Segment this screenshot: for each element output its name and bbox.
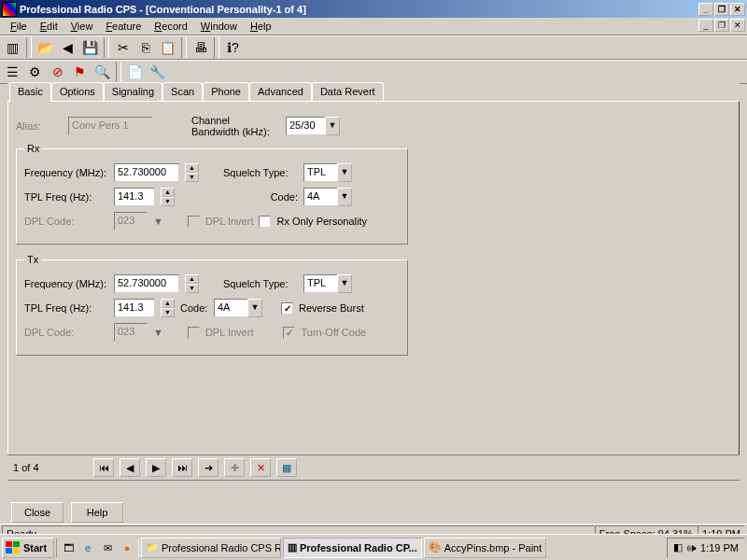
- help-button[interactable]: Help: [71, 502, 123, 523]
- menu-help[interactable]: Help: [244, 19, 278, 34]
- tray-icon[interactable]: 🕪: [686, 542, 697, 553]
- tx-dplinvert-label: DPL Invert: [205, 327, 254, 338]
- tx-group: Tx Frequency (MHz): 52.730000 ▲▼ Squelch…: [16, 254, 408, 356]
- zoom-icon[interactable]: 🔍: [92, 62, 113, 82]
- up-arrow-icon[interactable]: ▲: [161, 299, 175, 308]
- rx-freq-input[interactable]: 52.730000: [114, 163, 179, 182]
- tx-tpl-input[interactable]: 141.3: [114, 299, 155, 317]
- back-icon[interactable]: ◀: [57, 37, 78, 58]
- quick-launch: 🗔 e ✉ ●: [56, 539, 139, 557]
- window-title: Professional Radio CPS - [Conventional P…: [20, 4, 698, 15]
- rx-tpl-stepper[interactable]: ▲▼: [161, 188, 175, 206]
- close-button[interactable]: ✕: [730, 3, 745, 16]
- start-label: Start: [23, 542, 47, 553]
- first-record-button[interactable]: ⏮: [93, 458, 114, 477]
- rx-only-label: Rx Only Personality: [276, 216, 367, 227]
- print-icon[interactable]: 🖶: [190, 37, 211, 58]
- minimize-button[interactable]: _: [698, 3, 713, 16]
- down-arrow-icon[interactable]: ▼: [185, 173, 199, 182]
- help-context-icon[interactable]: ℹ?: [222, 37, 244, 58]
- folder-icon: 📁: [146, 541, 159, 553]
- task-folder[interactable]: 📁Professional Radio CPS R...: [141, 538, 281, 558]
- rx-only-checkbox[interactable]: [259, 216, 271, 228]
- tab-phone[interactable]: Phone: [203, 82, 249, 101]
- add-record-button[interactable]: ✚: [224, 458, 245, 477]
- cbw-select[interactable]: 25/30 ▼: [286, 117, 340, 135]
- document-icon[interactable]: 📄: [124, 62, 146, 82]
- chevron-down-icon[interactable]: ▼: [337, 188, 352, 206]
- mdi-close-button[interactable]: ✕: [730, 19, 745, 32]
- mdi-restore-button[interactable]: ❐: [714, 19, 729, 32]
- firefox-icon[interactable]: ●: [118, 539, 136, 557]
- rx-freq-stepper[interactable]: ▲▼: [185, 163, 199, 182]
- rx-group: Rx Frequency (MHz): 52.730000 ▲▼ Squelch…: [16, 143, 408, 245]
- flag-icon[interactable]: ⚑: [69, 62, 91, 82]
- cut-icon[interactable]: ✂: [112, 37, 134, 58]
- menu-feature[interactable]: Feature: [99, 19, 148, 34]
- tab-signaling[interactable]: Signaling: [104, 82, 162, 101]
- outlook-icon[interactable]: ✉: [98, 539, 117, 557]
- paste-icon[interactable]: 📋: [157, 37, 178, 58]
- tab-options[interactable]: Options: [51, 82, 104, 101]
- chevron-down-icon[interactable]: ▼: [337, 274, 352, 293]
- delete-record-button[interactable]: ✕: [250, 458, 271, 477]
- tx-tpl-stepper[interactable]: ▲▼: [161, 299, 175, 317]
- close-button[interactable]: Close: [11, 502, 63, 523]
- no-entry-icon[interactable]: ⊘: [47, 62, 68, 82]
- open-icon[interactable]: 📂: [35, 37, 56, 58]
- rx-tpl-label: TPL Freq (Hz):: [24, 191, 108, 203]
- tab-datarevert[interactable]: Data Revert: [312, 82, 384, 101]
- tree-icon[interactable]: ☰: [2, 62, 23, 82]
- rx-code-value: 4A: [303, 188, 337, 206]
- up-arrow-icon[interactable]: ▲: [161, 188, 175, 197]
- rx-code-select[interactable]: 4A▼: [303, 188, 352, 206]
- tb-app-icon[interactable]: ▥: [2, 37, 23, 58]
- rx-dpl-input: 023: [114, 212, 148, 231]
- rx-sq-select[interactable]: TPL▼: [303, 163, 352, 182]
- tx-sq-select[interactable]: TPL▼: [303, 274, 352, 293]
- grid-record-button[interactable]: ▦: [276, 458, 297, 477]
- tx-legend: Tx: [24, 254, 41, 265]
- tool-icon[interactable]: 🔧: [147, 62, 168, 82]
- task-cps[interactable]: ▥Professional Radio CP...: [283, 538, 422, 558]
- up-arrow-icon[interactable]: ▲: [185, 163, 199, 173]
- rx-tpl-input[interactable]: 141.3: [114, 188, 155, 206]
- tx-freq-input[interactable]: 52.730000: [114, 274, 179, 293]
- up-arrow-icon[interactable]: ▲: [185, 274, 199, 284]
- menu-edit[interactable]: Edit: [34, 19, 64, 34]
- tx-freq-label: Frequency (MHz):: [24, 278, 108, 289]
- menu-view[interactable]: View: [64, 19, 100, 34]
- save-icon[interactable]: 💾: [79, 37, 101, 58]
- down-arrow-icon[interactable]: ▼: [185, 284, 199, 293]
- maximize-button[interactable]: ❐: [714, 3, 729, 16]
- tx-code-select[interactable]: 4A▼: [214, 299, 262, 317]
- goto-record-button[interactable]: ➜: [198, 458, 218, 477]
- menu-file[interactable]: File: [4, 19, 34, 34]
- prev-record-button[interactable]: ◀: [120, 458, 140, 477]
- down-arrow-icon[interactable]: ▼: [161, 308, 175, 317]
- menu-record[interactable]: Record: [148, 19, 193, 34]
- chevron-down-icon[interactable]: ▼: [337, 163, 352, 182]
- menu-window[interactable]: Window: [194, 19, 244, 34]
- tx-revburst-checkbox[interactable]: [281, 302, 293, 315]
- task-paint[interactable]: 🎨AccyPins.bmp - Paint: [424, 538, 547, 558]
- tab-scan[interactable]: Scan: [162, 82, 203, 101]
- chevron-down-icon[interactable]: ▼: [325, 117, 340, 135]
- config-icon[interactable]: ⚙: [24, 62, 46, 82]
- tab-basic[interactable]: Basic: [9, 82, 51, 102]
- rx-sq-label: Squelch Type:: [223, 167, 298, 178]
- ie-icon[interactable]: e: [78, 539, 97, 557]
- down-arrow-icon[interactable]: ▼: [161, 197, 175, 206]
- show-desktop-icon[interactable]: 🗔: [59, 539, 78, 557]
- copy-icon[interactable]: ⎘: [134, 37, 156, 58]
- start-button[interactable]: Start: [2, 538, 54, 558]
- tab-advanced[interactable]: Advanced: [249, 82, 312, 101]
- tx-freq-stepper[interactable]: ▲▼: [185, 274, 199, 293]
- tx-code-value: 4A: [214, 299, 247, 317]
- mdi-minimize-button[interactable]: _: [698, 19, 713, 32]
- next-record-button[interactable]: ▶: [146, 458, 166, 477]
- tray-icon[interactable]: ◧: [673, 541, 683, 553]
- chevron-down-icon[interactable]: ▼: [247, 299, 262, 317]
- systray[interactable]: ◧ 🕪 1:19 PM: [667, 538, 745, 558]
- last-record-button[interactable]: ⏭: [172, 458, 192, 477]
